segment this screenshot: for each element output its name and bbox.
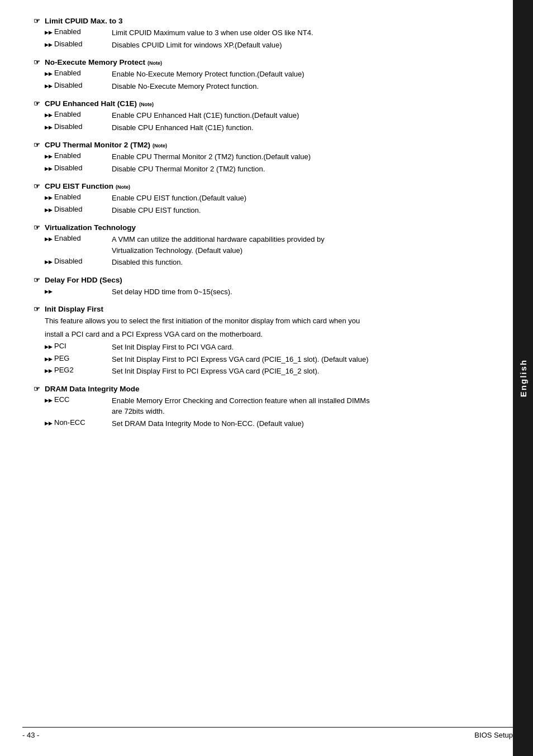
section-title-cpu-eist: ☞CPU EIST Function(Note) bbox=[34, 182, 491, 190]
note-sup-cpu-eist: (Note) bbox=[116, 184, 130, 190]
double-arrow-icon-virtualization-0 bbox=[45, 234, 53, 242]
title-text-delay-hdd: Delay For HDD (Secs) bbox=[45, 276, 122, 284]
item-row-no-execute-1: DisabledDisable No-Execute Memory Protec… bbox=[34, 81, 491, 92]
double-arrow-icon-limit-cpuid-0 bbox=[45, 27, 53, 36]
double-arrow-icon-dram-data-integrity-0 bbox=[45, 395, 53, 404]
item-row-cpu-thermal-monitor-1: DisabledDisable CPU Thermal Monitor 2 (T… bbox=[34, 164, 491, 175]
section-title-init-display: ☞Init Display First bbox=[34, 305, 491, 313]
item-label-init-display-1: PEG bbox=[45, 354, 112, 365]
item-label-cpu-eist-0: Enabled bbox=[45, 193, 112, 204]
section-dram-data-integrity: ☞DRAM Data Integrity Mode ECCEnable Memo… bbox=[34, 385, 491, 429]
item-label-limit-cpuid-1: Disabled bbox=[45, 40, 112, 51]
section-title-no-execute: ☞No-Execute Memory Protect(Note) bbox=[34, 58, 491, 66]
section-title-cpu-enhanced-halt: ☞CPU Enhanced Halt (C1E)(Note) bbox=[34, 99, 491, 108]
item-row-cpu-enhanced-halt-0: EnabledEnable CPU Enhanced Halt (C1E) fu… bbox=[34, 110, 491, 121]
sidebar: English bbox=[513, 0, 533, 756]
note-sup-cpu-enhanced-halt: (Note) bbox=[139, 102, 154, 107]
section-no-execute: ☞No-Execute Memory Protect(Note) Enabled… bbox=[34, 58, 491, 92]
section-title-limit-cpuid: ☞Limit CPUID Max. to 3 bbox=[34, 17, 491, 25]
item-label-cpu-thermal-monitor-0: Enabled bbox=[45, 151, 112, 162]
double-arrow-icon-cpu-eist-0 bbox=[45, 193, 53, 201]
double-arrow-icon bbox=[45, 286, 53, 295]
title-text-dram-data-integrity: DRAM Data Integrity Mode bbox=[45, 385, 140, 393]
item-row-cpu-thermal-monitor-0: EnabledEnable CPU Thermal Monitor 2 (TM2… bbox=[34, 151, 491, 162]
section-cpu-enhanced-halt: ☞CPU Enhanced Halt (C1E)(Note) EnabledEn… bbox=[34, 99, 491, 133]
item-row-dram-data-integrity-0: ECCEnable Memory Error Checking and Corr… bbox=[34, 395, 491, 417]
section-title-dram-data-integrity: ☞DRAM Data Integrity Mode bbox=[34, 385, 491, 393]
item-desc-cpu-thermal-monitor-1: Disable CPU Thermal Monitor 2 (TM2) func… bbox=[112, 164, 491, 175]
item-desc-delay-hdd: Set delay HDD time from 0~15(secs). bbox=[112, 286, 491, 298]
item-label-dram-data-integrity-0: ECC bbox=[45, 395, 112, 417]
footer-bar: - 43 - BIOS Setup bbox=[22, 727, 513, 739]
double-arrow-icon-virtualization-1 bbox=[45, 257, 53, 265]
cursor-icon-cpu-eist: ☞ bbox=[34, 182, 40, 190]
item-desc-no-execute-1: Disable No-Execute Memory Protect functi… bbox=[112, 81, 491, 92]
section-virtualization: ☞Virtualization Technology EnabledA VMM … bbox=[34, 223, 491, 268]
item-desc-limit-cpuid-0: Limit CPUID Maximum value to 3 when use … bbox=[112, 27, 491, 39]
item-desc-init-display-0: Set Init Display First to PCI VGA card. bbox=[112, 342, 491, 353]
double-arrow-icon-cpu-enhanced-halt-1 bbox=[45, 122, 53, 131]
item-desc-no-execute-0: Enable No-Execute Memory Protect functio… bbox=[112, 69, 491, 80]
item-label-virtualization-0: Enabled bbox=[45, 234, 112, 256]
cursor-icon-delay-hdd: ☞ bbox=[34, 276, 40, 284]
item-row-dram-data-integrity-1: Non-ECCSet DRAM Data Integrity Mode to N… bbox=[34, 418, 491, 429]
section-limit-cpuid: ☞Limit CPUID Max. to 3 EnabledLimit CPUI… bbox=[34, 17, 491, 50]
item-desc-dram-data-integrity-1: Set DRAM Data Integrity Mode to Non-ECC.… bbox=[112, 418, 491, 429]
page-container: ☞Limit CPUID Max. to 3 EnabledLimit CPUI… bbox=[0, 0, 533, 756]
section-title-cpu-thermal-monitor: ☞CPU Thermal Monitor 2 (TM2)(Note) bbox=[34, 141, 491, 149]
section-desc-line-0: This feature allows you to select the fi… bbox=[34, 315, 491, 327]
double-arrow-icon-init-display-0 bbox=[45, 342, 53, 350]
item-row-init-display-2: PEG2Set Init Display First to PCI Expres… bbox=[34, 366, 491, 377]
sidebar-label: English bbox=[518, 359, 528, 397]
section-delay-hdd: ☞Delay For HDD (Secs)Set delay HDD time … bbox=[34, 276, 491, 298]
main-content: ☞Limit CPUID Max. to 3 EnabledLimit CPUI… bbox=[0, 0, 513, 756]
item-label-cpu-eist-1: Disabled bbox=[45, 205, 112, 216]
item-label-virtualization-1: Disabled bbox=[45, 257, 112, 268]
title-text-no-execute: No-Execute Memory Protect bbox=[45, 58, 145, 66]
item-label-cpu-enhanced-halt-0: Enabled bbox=[45, 110, 112, 121]
item-row-limit-cpuid-0: EnabledLimit CPUID Maximum value to 3 wh… bbox=[34, 27, 491, 39]
footer-page: - 43 - bbox=[22, 731, 39, 739]
section-title-delay-hdd: ☞Delay For HDD (Secs) bbox=[34, 276, 491, 284]
note-sup-cpu-thermal-monitor: (Note) bbox=[153, 143, 167, 149]
item-desc-cpu-thermal-monitor-0: Enable CPU Thermal Monitor 2 (TM2) funct… bbox=[112, 151, 491, 162]
cursor-icon-init-display: ☞ bbox=[34, 305, 40, 313]
cursor-icon-cpu-thermal-monitor: ☞ bbox=[34, 141, 40, 149]
cursor-icon-dram-data-integrity: ☞ bbox=[34, 385, 40, 393]
double-arrow-icon-cpu-thermal-monitor-0 bbox=[45, 151, 53, 160]
double-arrow-icon-no-execute-0 bbox=[45, 69, 53, 77]
item-label-limit-cpuid-0: Enabled bbox=[45, 27, 112, 39]
section-cpu-thermal-monitor: ☞CPU Thermal Monitor 2 (TM2)(Note) Enabl… bbox=[34, 141, 491, 174]
item-desc-cpu-enhanced-halt-0: Enable CPU Enhanced Halt (C1E) function.… bbox=[112, 110, 491, 121]
title-text-virtualization: Virtualization Technology bbox=[45, 223, 136, 232]
item-desc-cpu-eist-0: Enable CPU EIST function.(Default value) bbox=[112, 193, 491, 204]
double-arrow-icon-dram-data-integrity-1 bbox=[45, 418, 53, 427]
section-init-display: ☞Init Display FirstThis feature allows y… bbox=[34, 305, 491, 377]
item-label-delay-hdd bbox=[45, 286, 112, 298]
title-text-cpu-enhanced-halt: CPU Enhanced Halt (C1E) bbox=[45, 99, 137, 108]
cursor-icon-cpu-enhanced-halt: ☞ bbox=[34, 99, 40, 108]
title-text-cpu-eist: CPU EIST Function bbox=[45, 182, 113, 190]
double-arrow-icon-init-display-1 bbox=[45, 354, 53, 362]
item-desc-virtualization-1: Disabled this function. bbox=[112, 257, 491, 268]
item-desc-cpu-eist-1: Disable CPU EIST function. bbox=[112, 205, 491, 216]
cursor-icon-virtualization: ☞ bbox=[34, 223, 40, 232]
desc-row-delay-hdd: Set delay HDD time from 0~15(secs). bbox=[34, 286, 491, 298]
item-desc-dram-data-integrity-0: Enable Memory Error Checking and Correct… bbox=[112, 395, 491, 417]
item-row-cpu-eist-0: EnabledEnable CPU EIST function.(Default… bbox=[34, 193, 491, 204]
item-label-init-display-0: PCI bbox=[45, 342, 112, 353]
double-arrow-icon-limit-cpuid-1 bbox=[45, 40, 53, 48]
item-desc-init-display-2: Set Init Display First to PCI Express VG… bbox=[112, 366, 491, 377]
item-label-init-display-2: PEG2 bbox=[45, 366, 112, 377]
item-row-limit-cpuid-1: DisabledDisables CPUID Limit for windows… bbox=[34, 40, 491, 51]
item-label-dram-data-integrity-1: Non-ECC bbox=[45, 418, 112, 429]
item-desc-limit-cpuid-1: Disables CPUID Limit for windows XP.(Def… bbox=[112, 40, 491, 51]
note-sup-no-execute: (Note) bbox=[147, 60, 162, 66]
item-label-cpu-enhanced-halt-1: Disabled bbox=[45, 122, 112, 133]
title-text-init-display: Init Display First bbox=[45, 305, 103, 313]
item-label-cpu-thermal-monitor-1: Disabled bbox=[45, 164, 112, 175]
double-arrow-icon-cpu-enhanced-halt-0 bbox=[45, 110, 53, 118]
cursor-icon-no-execute: ☞ bbox=[34, 58, 40, 66]
double-arrow-icon-init-display-2 bbox=[45, 366, 53, 374]
double-arrow-icon-cpu-eist-1 bbox=[45, 205, 53, 213]
